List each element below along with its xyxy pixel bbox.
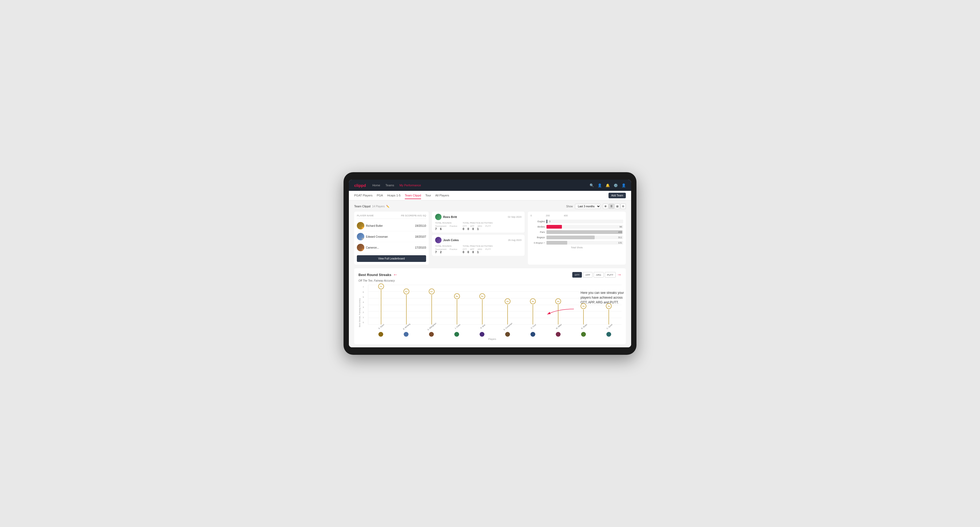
bar-fill [546, 241, 567, 244]
x-axis-col: E. Crossman [495, 325, 520, 337]
bar-label: Birdies [530, 225, 546, 228]
bar-track: 499 [546, 230, 623, 234]
lollipop-line [457, 300, 457, 324]
table-view-btn[interactable]: ⊟ [620, 204, 626, 209]
player-info: 1 Richard Butler [357, 222, 415, 229]
tournament-value: 7 [435, 227, 437, 230]
nav-my-performance[interactable]: My Performance [399, 183, 421, 188]
list-view-btn[interactable]: ☰ [609, 204, 614, 209]
pb-avg: 110 [422, 224, 426, 227]
avatar: 3 [357, 244, 364, 251]
app-value: 0 [467, 227, 469, 230]
user-icon[interactable]: 👤 [598, 183, 602, 187]
arg-label: ARG [477, 225, 482, 227]
player-card-josh: Josh Coles 26 Aug 2023 Total Rounds Tour… [432, 235, 525, 256]
arg-value: 0 [472, 251, 474, 254]
x-avatar [379, 332, 383, 337]
edit-icon[interactable]: ✏️ [386, 205, 389, 208]
filter-ott[interactable]: OTT [572, 272, 582, 278]
sub-nav-hcaps[interactable]: Hcaps 1-5 [387, 192, 401, 199]
player-name[interactable]: Richard Butler [366, 224, 383, 227]
view-leaderboard-button[interactable]: View Full Leaderboard [357, 255, 426, 262]
arg-label: ARG [477, 248, 482, 251]
ott-value: 0 [463, 227, 464, 230]
practice-sub-labels: OTT APP ARG PUTT [463, 225, 493, 227]
bar-track: 131 [546, 241, 623, 244]
lollipop-bubble: 3x [581, 303, 586, 309]
x-axis-col: R. Britt [469, 325, 495, 337]
pb-score: 19/20 [415, 224, 422, 227]
bar-fill [546, 230, 622, 234]
practice-value: 2 [440, 251, 442, 254]
practice-activities-label: Total Practice Activities [463, 222, 493, 224]
rounds-practice: Total Rounds Tournament Practice 7 6 [435, 222, 522, 230]
filter-arg[interactable]: ARG [593, 272, 604, 278]
search-icon[interactable]: 🔍 [590, 183, 594, 187]
x-avatar [404, 332, 409, 337]
period-select[interactable]: Last 3 months [575, 204, 601, 209]
pb-score: 18/20 [415, 235, 422, 238]
y-tick-7: 7 [363, 286, 368, 288]
lollipop-bubble: 5x [454, 293, 460, 299]
player-card-header: Josh Coles 26 Aug 2023 [435, 237, 522, 243]
rank-badge: 1 [362, 227, 364, 229]
app-value: 0 [467, 251, 469, 254]
total-rounds-label: Total Rounds [435, 222, 457, 224]
pc-player-info: Rees Britt [435, 214, 457, 220]
profile-icon[interactable]: 👤 [622, 183, 626, 187]
tablet-frame: clippd Home Teams My Performance 🔍 👤 🔔 ⚙… [344, 172, 636, 355]
bar-row-bogeys: Bogeys 311 [530, 236, 623, 239]
lollipop-line [431, 295, 432, 324]
y-tick-3: 3 [363, 306, 368, 308]
sub-nav-pgat[interactable]: PGAT Players [354, 192, 372, 199]
nav-teams[interactable]: Teams [386, 183, 394, 188]
lollipop-line [381, 290, 381, 324]
x-avatar [480, 332, 484, 337]
sub-nav-all-players[interactable]: All Players [435, 192, 449, 199]
pc-player-info: Josh Coles [435, 237, 459, 243]
pc-name[interactable]: Josh Coles [443, 238, 459, 242]
tournament-label: Tournament [435, 225, 446, 227]
filter-putt[interactable]: PUTT [605, 272, 616, 278]
round-sub-labels: Tournament Practice [435, 248, 457, 251]
chart-body: 7 6 5 4 3 2 1 0 [363, 285, 622, 325]
tablet-screen: clippd Home Teams My Performance 🔍 👤 🔔 ⚙… [349, 179, 631, 347]
x-axis-label: Players [363, 338, 622, 340]
lollipop-bubble: 3x [606, 303, 612, 309]
bar-label: D.Bogeys + [530, 242, 546, 244]
nav-home[interactable]: Home [372, 183, 380, 188]
avatar: 2 [357, 233, 364, 240]
pc-name[interactable]: Rees Britt [443, 215, 457, 219]
sub-nav-team-clippd[interactable]: Team Clippd [405, 192, 421, 199]
add-team-button[interactable]: Add Team [609, 193, 626, 198]
x-axis-col: B. McHerg [393, 325, 418, 337]
grid-view-btn[interactable]: ⊞ [603, 204, 608, 209]
x-avatar [454, 332, 459, 337]
streaks-section: Best Round Streaks ← OTT APP ARG PUTT → … [354, 268, 626, 344]
filter-app[interactable]: APP [583, 272, 593, 278]
y-tick-2: 2 [363, 311, 368, 314]
lb-header: PLAYER NAME PB SCORE PB AVG SQ [357, 214, 426, 219]
bell-icon[interactable]: 🔔 [606, 183, 610, 187]
lollipop-line [558, 305, 558, 324]
player-name[interactable]: Cameron... [366, 246, 379, 249]
lollipop-chart-container: Best Streak, Fairway Accuracy 7 6 5 4 3 … [358, 285, 622, 340]
sub-nav-tour[interactable]: Tour [425, 192, 431, 199]
sub-nav-pga[interactable]: PGA [377, 192, 383, 199]
lollipop-line [533, 305, 533, 324]
card-view-btn[interactable]: ▤ [615, 204, 620, 209]
chart-subtitle: Off The Tee, Fairway Accuracy [358, 279, 622, 282]
app-label: APP [470, 225, 474, 227]
bar-label: Eagles [530, 220, 546, 223]
chart-x-label: Total Shots [530, 246, 623, 249]
view-icons: ⊞ ☰ ▤ ⊟ [603, 204, 626, 209]
player-name[interactable]: Edward Crossman [366, 235, 388, 238]
settings-icon[interactable]: ⚙️ [614, 183, 618, 187]
lollipop-bubble: 4x [555, 298, 561, 304]
avatar: 1 [357, 222, 364, 229]
lollipop-bubble: 4x [530, 298, 536, 304]
x-avatar [505, 332, 510, 337]
bar-fill [546, 220, 547, 223]
app-label: APP [470, 248, 474, 251]
rank-badge: 3 [362, 249, 364, 251]
